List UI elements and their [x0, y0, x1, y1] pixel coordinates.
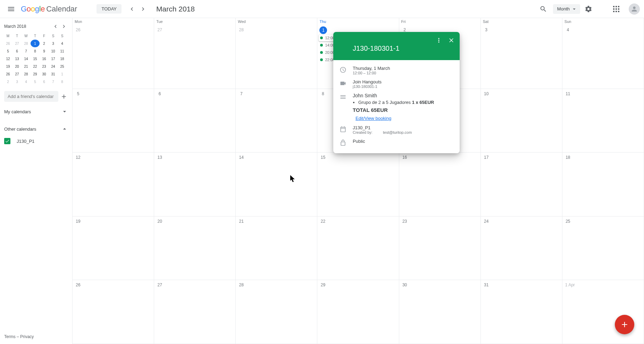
mini-day[interactable]: 7	[49, 78, 58, 85]
day-cell[interactable]: 16	[399, 153, 481, 216]
mini-day[interactable]: 31	[49, 70, 58, 78]
search-button[interactable]	[536, 2, 550, 16]
mini-day[interactable]: 21	[22, 63, 31, 70]
my-calendars-toggle[interactable]: My calendars	[0, 105, 72, 118]
day-cell[interactable]: 7	[236, 89, 317, 153]
mini-day[interactable]: 14	[22, 55, 31, 63]
day-cell[interactable]: 12	[73, 153, 154, 216]
mini-day[interactable]: 30	[40, 70, 49, 78]
mini-day[interactable]: 26	[3, 70, 12, 78]
mini-day[interactable]: 4	[22, 78, 31, 85]
prev-period-button[interactable]	[126, 3, 137, 15]
settings-button[interactable]	[582, 2, 595, 16]
mini-day[interactable]: 23	[40, 63, 49, 70]
mini-day[interactable]: 1	[31, 40, 40, 47]
day-cell[interactable]: 6	[154, 89, 236, 153]
day-cell[interactable]: 27	[154, 280, 236, 344]
day-cell[interactable]: 14	[236, 153, 317, 216]
day-cell[interactable]: 22	[317, 216, 399, 280]
google-apps-button[interactable]	[609, 2, 623, 16]
mini-day[interactable]: 27	[12, 40, 22, 47]
mini-day[interactable]: 8	[58, 78, 67, 85]
mini-day[interactable]: 4	[58, 40, 67, 47]
mini-day[interactable]: 2	[3, 78, 12, 85]
day-cell[interactable]: 21	[236, 216, 317, 280]
day-number: 21	[238, 218, 245, 225]
day-cell[interactable]: 26	[73, 25, 154, 89]
mini-day[interactable]: 10	[49, 47, 58, 55]
popover-hangout-link[interactable]: Join Hangouts	[353, 79, 453, 84]
mini-day[interactable]: 8	[31, 47, 40, 55]
mini-day[interactable]: 2	[40, 40, 49, 47]
day-cell[interactable]: 30	[399, 280, 481, 344]
mini-day[interactable]: 25	[58, 63, 67, 70]
mini-day[interactable]: 9	[40, 47, 49, 55]
day-cell[interactable]: 29	[317, 280, 399, 344]
privacy-link[interactable]: Privacy	[20, 334, 34, 339]
today-button[interactable]: TODAY	[97, 4, 122, 14]
other-calendars-toggle[interactable]: Other calendars	[0, 122, 72, 136]
terms-link[interactable]: Terms	[4, 334, 16, 339]
day-cell[interactable]: 3	[481, 25, 562, 89]
mini-day[interactable]: 1	[58, 70, 67, 78]
day-cell[interactable]: 15	[317, 153, 399, 216]
day-cell[interactable]: 20	[154, 216, 236, 280]
popover-hangout-sub: j130-180301-1	[353, 84, 453, 89]
mini-day[interactable]: 6	[12, 47, 22, 55]
mini-prev-button[interactable]	[51, 22, 60, 31]
day-cell[interactable]: 25	[562, 216, 644, 280]
mini-day[interactable]: 28	[22, 40, 31, 47]
mini-day[interactable]: 7	[22, 47, 31, 55]
mini-day[interactable]: 24	[49, 63, 58, 70]
day-cell[interactable]: 10	[481, 89, 562, 153]
mini-day[interactable]: 19	[3, 63, 12, 70]
mini-day[interactable]: 16	[40, 55, 49, 63]
mini-day[interactable]: 27	[12, 70, 22, 78]
day-cell[interactable]: 18	[562, 153, 644, 216]
day-cell[interactable]: 11	[562, 89, 644, 153]
mini-day[interactable]: 29	[31, 70, 40, 78]
calendar-checkbox[interactable]	[4, 138, 10, 144]
calendar-main: MonTueWedThuFriSatSun262728112:00J130-18…	[72, 18, 644, 344]
mini-next-button[interactable]	[60, 22, 68, 31]
popover-close-button[interactable]	[445, 34, 458, 47]
mini-day[interactable]: 22	[31, 63, 40, 70]
popover-options-button[interactable]	[433, 34, 445, 47]
account-avatar[interactable]	[629, 3, 640, 15]
mini-day[interactable]: 6	[40, 78, 49, 85]
mini-day[interactable]: 3	[49, 40, 58, 47]
mini-day[interactable]: 20	[12, 63, 22, 70]
day-cell[interactable]: 27	[154, 25, 236, 89]
mini-day[interactable]: 17	[49, 55, 58, 63]
day-cell[interactable]: 23	[399, 216, 481, 280]
day-cell[interactable]: 28	[236, 25, 317, 89]
mini-day[interactable]: 5	[3, 47, 12, 55]
view-select[interactable]: Month	[553, 4, 580, 14]
day-cell[interactable]: 4	[562, 25, 644, 89]
mini-day[interactable]: 5	[31, 78, 40, 85]
create-event-fab[interactable]	[615, 315, 634, 334]
main-menu-button[interactable]	[3, 1, 19, 17]
day-cell[interactable]: 17	[481, 153, 562, 216]
next-period-button[interactable]	[137, 3, 149, 15]
day-cell[interactable]: 26	[73, 280, 154, 344]
day-cell[interactable]: 28	[236, 280, 317, 344]
calendar-list-item[interactable]: J130_P1	[0, 136, 72, 146]
day-cell[interactable]: 24	[481, 216, 562, 280]
popover-edit-link[interactable]: Edit/View booking	[356, 116, 391, 121]
mini-day[interactable]: 3	[12, 78, 22, 85]
mini-day[interactable]: 11	[58, 47, 67, 55]
mini-day[interactable]: 12	[3, 55, 12, 63]
mini-day[interactable]: 13	[12, 55, 22, 63]
day-cell[interactable]: 1 Apr	[562, 280, 644, 344]
day-cell[interactable]: 5	[73, 89, 154, 153]
mini-day[interactable]: 28	[22, 70, 31, 78]
mini-day[interactable]: 26	[3, 40, 12, 47]
add-friend-input[interactable]	[4, 91, 58, 102]
day-cell[interactable]: 13	[154, 153, 236, 216]
day-cell[interactable]: 31	[481, 280, 562, 344]
mini-day[interactable]: 15	[31, 55, 40, 63]
day-cell[interactable]: 19	[73, 216, 154, 280]
add-friend-plus-button[interactable]	[60, 92, 68, 101]
mini-day[interactable]: 18	[58, 55, 67, 63]
